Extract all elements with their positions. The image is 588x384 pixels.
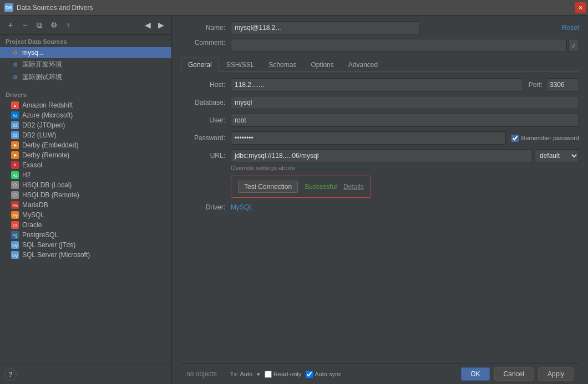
datasource-item-test[interactable]: ⚙ 国际测试环境 [0, 71, 171, 84]
forward-button[interactable]: ▶ [155, 19, 167, 31]
test-connection-area: Test Connection Successful Details [231, 176, 579, 198]
driver-item-mysql[interactable]: My MySQL [0, 210, 171, 220]
driver-label: Amazon Redshift [22, 101, 73, 109]
driver-label: Oracle [22, 221, 42, 229]
driver-icon: ⬡ [11, 191, 19, 199]
driver-icon: SQ [11, 251, 19, 259]
left-bottom-bar: ? [0, 365, 171, 384]
comment-input[interactable] [231, 39, 567, 52]
driver-label: PostgreSQL [22, 231, 58, 239]
host-input[interactable] [231, 78, 523, 91]
driver-item-hsqldb-(local)[interactable]: ⬡ HSQLDB (Local) [0, 180, 171, 190]
remember-password-checkbox[interactable] [511, 135, 519, 142]
driver-item-sql-server-(jtds)[interactable]: SQ SQL Server (jTds) [0, 240, 171, 250]
help-button[interactable]: ? [4, 368, 17, 381]
user-row: User: [181, 114, 579, 127]
name-input[interactable] [231, 21, 419, 34]
settings-button[interactable]: ⚙ [48, 19, 60, 31]
driver-item-db2-(jtopen)[interactable]: D2 DB2 (JTOpen) [0, 120, 171, 130]
test-success-label: Successful [305, 183, 337, 191]
driver-item-derby-(embedded)[interactable]: ▶ Derby (Embedded) [0, 140, 171, 150]
back-button[interactable]: ◀ [141, 19, 154, 31]
password-input[interactable] [231, 131, 506, 145]
test-connection-button[interactable]: Test Connection [238, 181, 298, 193]
remove-button[interactable]: − [19, 19, 31, 31]
copy-button[interactable]: ⧉ [33, 19, 45, 31]
datasource-label-mysql: mysq... [22, 49, 44, 57]
tx-label: Tx: Auto [230, 371, 252, 377]
datasource-item-mysql[interactable]: ⚙ mysq... [0, 47, 171, 58]
mysql-icon: ⚙ [11, 49, 19, 57]
password-label: Password: [181, 134, 225, 142]
name-label: Name: [181, 24, 225, 32]
url-row: URL: default auto [181, 149, 579, 162]
toolbar-separator [78, 20, 78, 30]
driver-icon: D2 [11, 131, 19, 139]
tab-schemas[interactable]: Schemas [261, 58, 303, 71]
database-input[interactable] [231, 96, 579, 109]
datasource-label-dev: 国际开发环境 [22, 60, 62, 69]
ok-button[interactable]: OK [461, 367, 489, 381]
drivers-list: ▲ Amazon Redshift Az Azure (Microsoft) D… [0, 100, 171, 260]
tab-general[interactable]: General [181, 58, 219, 71]
driver-item-azure-(microsoft)[interactable]: Az Azure (Microsoft) [0, 110, 171, 120]
driver-icon: Az [11, 111, 19, 119]
driver-label: MariaDB [22, 201, 48, 209]
driver-item-mariadb[interactable]: Ma MariaDB [0, 200, 171, 210]
url-input[interactable] [231, 149, 533, 162]
expand-comment-button[interactable]: ⤢ [568, 39, 579, 52]
bottom-bar: no objects Tx: Auto ▾ Read-only Auto syn… [181, 363, 579, 384]
host-label: Host: [181, 81, 225, 89]
host-row: Host: Port: [181, 78, 579, 91]
reset-button[interactable]: Reset [562, 24, 579, 32]
export-button[interactable]: ↑ [62, 19, 74, 31]
driver-icon: D2 [11, 121, 19, 129]
driver-link[interactable]: MySQL [231, 203, 253, 211]
driver-item-h2[interactable]: H2 H2 [0, 170, 171, 180]
driver-item-exasol[interactable]: ✕ Exasol [0, 160, 171, 170]
datasource-item-dev[interactable]: ⚙ 国际开发环境 [0, 58, 171, 71]
driver-item-derby-(remote)[interactable]: ▶ Derby (Remote) [0, 150, 171, 160]
driver-label: Derby (Embedded) [22, 141, 78, 149]
driver-icon: ▶ [11, 141, 19, 149]
dev-db-icon: ⚙ [11, 61, 19, 69]
connection-tabs: General SSH/SSL Schemas Options Advanced [181, 58, 579, 71]
read-only-checkbox[interactable] [265, 371, 272, 378]
driver-item-db2-(luw)[interactable]: D2 DB2 (LUW) [0, 130, 171, 140]
url-select[interactable]: default auto [535, 149, 579, 162]
driver-icon: ⬡ [11, 181, 19, 189]
tab-options[interactable]: Options [303, 58, 341, 71]
driver-label: MySQL [22, 211, 44, 219]
auto-sync-label: Auto sync [306, 371, 341, 378]
add-button[interactable]: + [4, 19, 17, 31]
test-connection-box: Test Connection Successful Details [231, 176, 371, 198]
driver-label: SQL Server (jTds) [22, 241, 75, 249]
test-db-icon: ⚙ [11, 74, 19, 81]
datasource-label-test: 国际测试环境 [22, 73, 62, 82]
close-button[interactable]: ✕ [575, 2, 586, 13]
driver-item-oracle[interactable]: Or Oracle [0, 220, 171, 230]
bottom-left: no objects Tx: Auto ▾ Read-only Auto syn… [186, 370, 342, 378]
driver-label: Derby (Remote) [22, 151, 69, 159]
driver-icon: ▶ [11, 151, 19, 159]
driver-item-amazon-redshift[interactable]: ▲ Amazon Redshift [0, 100, 171, 110]
project-section-header: Project Data Sources [0, 35, 171, 47]
bottom-right: OK Cancel Apply [461, 367, 574, 381]
app-icon: DS [4, 3, 13, 12]
cancel-button[interactable]: Cancel [494, 367, 534, 381]
driver-icon: H2 [11, 171, 19, 179]
port-input[interactable] [546, 78, 579, 91]
user-input[interactable] [231, 114, 579, 127]
driver-item-hsqldb-(remote)[interactable]: ⬡ HSQLDB (Remote) [0, 190, 171, 200]
url-label: URL: [181, 152, 225, 160]
tab-advanced[interactable]: Advanced [341, 58, 385, 71]
auto-sync-checkbox[interactable] [306, 371, 313, 378]
driver-label: Driver: [181, 203, 225, 211]
test-details-link[interactable]: Details [343, 183, 364, 191]
apply-button[interactable]: Apply [538, 367, 574, 381]
tab-sshssl[interactable]: SSH/SSL [219, 58, 262, 71]
driver-icon: SQ [11, 241, 19, 249]
left-panel: + − ⧉ ⚙ ↑ ◀ ▶ Project Data Sources ⚙ mys… [0, 16, 172, 384]
driver-item-sql-server-(microsoft)[interactable]: SQ SQL Server (Microsoft) [0, 250, 171, 260]
driver-item-postgresql[interactable]: Pg PostgreSQL [0, 230, 171, 240]
